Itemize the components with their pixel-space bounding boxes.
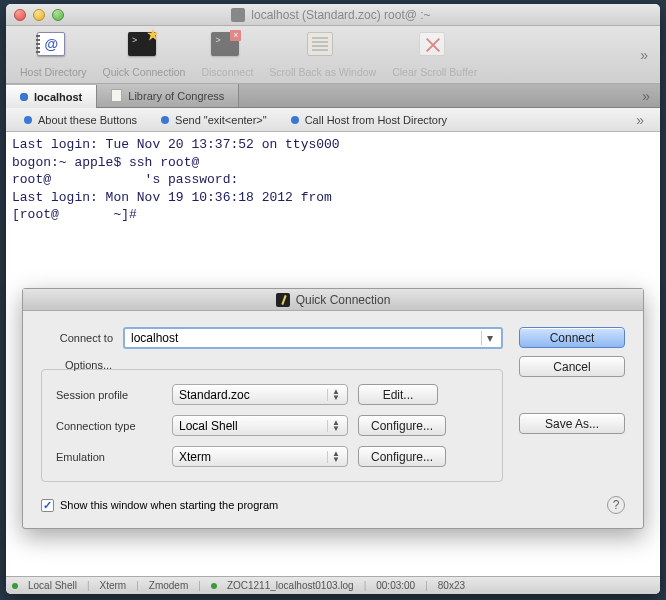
connect-button[interactable]: Connect [519, 327, 625, 348]
emulation-select[interactable]: Xterm ▲▼ [172, 446, 348, 467]
quick-connection-label: Quick Connection [103, 66, 186, 78]
quick-connection-dialog: Quick Connection Connect to localhost ▾ … [22, 288, 644, 529]
buttonbar-overflow-icon[interactable]: » [626, 112, 654, 128]
window-title-text: localhost (Standard.zoc) root@ :~ [251, 8, 430, 22]
tab-library-of-congress[interactable]: Library of Congress [97, 84, 239, 107]
call-host-button[interactable]: Call Host from Host Directory [279, 114, 459, 126]
app-icon [231, 8, 245, 22]
dialog-title-text: Quick Connection [296, 293, 391, 307]
emulation-value: Xterm [179, 450, 211, 464]
save-as-button[interactable]: Save As... [519, 413, 625, 434]
configure-emulation-button[interactable]: Configure... [358, 446, 446, 467]
tabbar-overflow-icon[interactable]: » [632, 84, 660, 107]
dialog-titlebar: Quick Connection [23, 289, 643, 311]
buttonbar: About these Buttons Send "exit<enter>" C… [6, 108, 660, 132]
tab-label: localhost [34, 91, 82, 103]
clear-icon [419, 32, 445, 56]
help-icon[interactable]: ? [607, 496, 625, 514]
call-host-label: Call Host from Host Directory [305, 114, 447, 126]
bullet-icon [291, 116, 299, 124]
titlebar: localhost (Standard.zoc) root@ :~ [6, 4, 660, 26]
status-conn-type: Local Shell [28, 580, 77, 591]
quick-connection-button[interactable]: Quick Connection [97, 30, 192, 80]
select-stepper-icon: ▲▼ [327, 420, 341, 432]
connection-type-value: Local Shell [179, 419, 238, 433]
status-dot-icon [211, 583, 217, 589]
connection-type-label: Connection type [56, 420, 162, 432]
show-on-start-checkbox[interactable]: ✓ [41, 499, 54, 512]
emulation-label: Emulation [56, 451, 162, 463]
select-stepper-icon: ▲▼ [327, 451, 341, 463]
scroll-icon [307, 32, 333, 56]
clear-scroll-label: Clear Scroll Buffer [392, 66, 477, 78]
tab-label: Library of Congress [128, 90, 224, 102]
address-book-icon [37, 32, 65, 56]
session-profile-value: Standard.zoc [179, 388, 250, 402]
terminal-quick-icon [128, 32, 156, 56]
toolbar-overflow-icon[interactable]: » [636, 47, 652, 63]
document-icon [111, 89, 122, 102]
status-dot-icon [12, 583, 18, 589]
bullet-icon [161, 116, 169, 124]
tabbar: localhost Library of Congress » [6, 84, 660, 108]
dropdown-arrow-icon[interactable]: ▾ [481, 331, 497, 345]
options-fieldset: Session profile Standard.zoc ▲▼ Edit... … [41, 369, 503, 482]
status-size: 80x23 [438, 580, 465, 591]
scroll-back-label: Scroll Back as Window [269, 66, 376, 78]
host-directory-label: Host Directory [20, 66, 87, 78]
host-directory-button[interactable]: Host Directory [14, 30, 93, 80]
select-stepper-icon: ▲▼ [327, 389, 341, 401]
connection-type-select[interactable]: Local Shell ▲▼ [172, 415, 348, 436]
status-transfer: Zmodem [149, 580, 188, 591]
configure-connection-button[interactable]: Configure... [358, 415, 446, 436]
scroll-back-button[interactable]: Scroll Back as Window [263, 30, 382, 80]
about-buttons-button[interactable]: About these Buttons [12, 114, 149, 126]
show-on-start-label: Show this window when starting the progr… [60, 499, 278, 511]
status-logfile: ZOC1211_localhost0103.log [227, 580, 354, 591]
terminal-disconnect-icon: × [211, 32, 239, 56]
window-title: localhost (Standard.zoc) root@ :~ [10, 8, 652, 22]
session-profile-label: Session profile [56, 389, 162, 401]
clear-scroll-button[interactable]: Clear Scroll Buffer [386, 30, 483, 80]
about-buttons-label: About these Buttons [38, 114, 137, 126]
toolbar: Host Directory Quick Connection × Discon… [6, 26, 660, 84]
send-exit-label: Send "exit<enter>" [175, 114, 267, 126]
edit-button[interactable]: Edit... [358, 384, 438, 405]
disconnect-button[interactable]: × Disconnect [195, 30, 259, 80]
connect-to-label: Connect to [41, 332, 113, 344]
send-exit-button[interactable]: Send "exit<enter>" [149, 114, 279, 126]
tab-localhost[interactable]: localhost [6, 85, 97, 108]
bullet-icon [24, 116, 32, 124]
status-time: 00:03:00 [376, 580, 415, 591]
disconnect-label: Disconnect [201, 66, 253, 78]
connect-to-input[interactable]: localhost ▾ [123, 327, 503, 349]
status-emulation: Xterm [100, 580, 127, 591]
statusbar: Local Shell | Xterm | Zmodem | ZOC1211_l… [6, 576, 660, 594]
session-profile-select[interactable]: Standard.zoc ▲▼ [172, 384, 348, 405]
cancel-button[interactable]: Cancel [519, 356, 625, 377]
connect-to-value: localhost [131, 331, 178, 345]
quick-connection-icon [276, 293, 290, 307]
connection-status-icon [20, 93, 28, 101]
